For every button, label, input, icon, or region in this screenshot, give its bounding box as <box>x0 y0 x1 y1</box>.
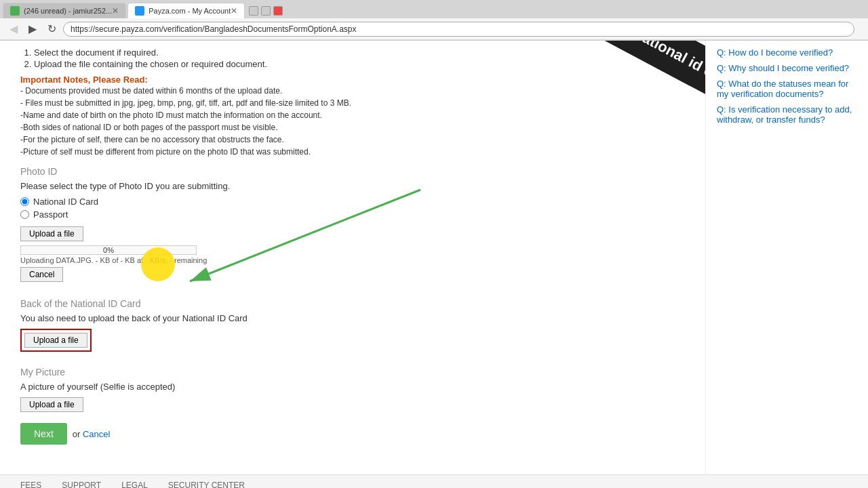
sidebar-link-4[interactable]: Q: Is verification necessary to add, wit… <box>717 104 857 125</box>
nav-bar: ◀ ▶ ↻ <box>0 18 868 40</box>
my-picture-desc: A picture of yourself (Selfie is accepte… <box>20 382 570 392</box>
photo-id-section: Photo ID Please select the type of Photo… <box>20 166 570 290</box>
important-notes: Important Notes, Please Read: - Document… <box>20 75 570 158</box>
page-wrapper: Select the document if required. Upload … <box>0 41 868 474</box>
important-line-1: - Documents provided must be dated withi… <box>20 85 570 97</box>
photo-id-desc: Please select the type of Photo ID you a… <box>20 181 570 191</box>
sidebar-link-3[interactable]: Q: What do the statuses mean for my veri… <box>717 79 857 99</box>
close-btn[interactable] <box>273 6 283 16</box>
refresh-nav-btn[interactable]: ↻ <box>43 21 60 37</box>
forward-nav-btn[interactable]: ▶ <box>24 21 41 37</box>
back-section-upload-btn[interactable]: Upload a file <box>24 333 87 348</box>
photo-id-radio-group: National ID Card Passport <box>20 197 570 220</box>
instructions: Select the document if required. Upload … <box>20 47 570 69</box>
footer-fees[interactable]: FEES <box>20 481 41 488</box>
main-plus-sidebar: Select the document if required. Upload … <box>0 41 868 474</box>
radio-passport-label: Passport <box>33 209 68 220</box>
tab-payza-label: Payza.com - My Account <box>149 7 231 15</box>
or-text: or <box>73 429 83 439</box>
tab-email[interactable]: (246 unread) - jamiur252... ✕ <box>3 3 126 18</box>
instruction-step-1: Select the document if required. <box>34 47 570 58</box>
photo-id-upload-status: Uploading DATA.JPG. - KB of - KB at - KB… <box>20 256 570 264</box>
instruction-step-2: Upload the file containing the chosen or… <box>34 59 570 69</box>
radio-national-id-input[interactable] <box>20 197 29 206</box>
tab-email-label: (246 unread) - jamiur252... <box>24 7 112 15</box>
address-bar[interactable] <box>63 22 854 37</box>
back-section-desc: You also need to upload the back of your… <box>20 313 570 323</box>
next-button[interactable]: Next <box>20 423 67 445</box>
important-text: - Documents provided must be dated withi… <box>20 85 570 158</box>
back-section-title: Back of the National ID Card <box>20 298 570 309</box>
tab-email-close[interactable]: ✕ <box>112 6 119 16</box>
footer-security[interactable]: SECURITY CENTER <box>168 481 245 488</box>
radio-passport-input[interactable] <box>20 210 29 219</box>
tab-bar: (246 unread) - jamiur252... ✕ Payza.com … <box>0 0 868 18</box>
photo-id-progress-bar-container: 0% <box>20 245 197 255</box>
photo-id-cancel-btn[interactable]: Cancel <box>20 267 63 282</box>
important-line-5: -For the picture of self, there can be n… <box>20 134 570 146</box>
photo-id-title: Photo ID <box>20 166 570 177</box>
footer-legal[interactable]: LEGAL <box>121 481 148 488</box>
back-section: Back of the National ID Card You also ne… <box>20 298 570 359</box>
maximize-btn[interactable] <box>261 6 271 16</box>
important-line-4: -Both sides of national ID or both pages… <box>20 121 570 134</box>
my-picture-section: My Picture A picture of yourself (Selfie… <box>20 367 570 416</box>
sidebar: Q: How do I become verified? Q: Why shou… <box>705 41 868 474</box>
content-area: Select the document if required. Upload … <box>0 41 583 451</box>
important-line-6: -Picture of self must be different from … <box>20 146 570 158</box>
main-content: Select the document if required. Upload … <box>0 41 705 474</box>
footer: FEES SUPPORT LEGAL SECURITY CENTER <box>0 474 868 488</box>
cancel-link[interactable]: Cancel <box>83 429 110 439</box>
minimize-btn[interactable] <box>249 6 258 16</box>
back-nav-btn[interactable]: ◀ <box>5 21 22 37</box>
my-picture-title: My Picture <box>20 367 570 378</box>
important-line-3: -Name and date of birth on the photo ID … <box>20 109 570 121</box>
browser-chrome: (246 unread) - jamiur252... ✕ Payza.com … <box>0 0 868 41</box>
radio-national-id[interactable]: National ID Card <box>20 197 570 207</box>
tab-payza[interactable]: Payza.com - My Account ✕ <box>127 3 245 18</box>
sidebar-link-2[interactable]: Q: Why should I become verified? <box>717 63 857 73</box>
radio-passport[interactable]: Passport <box>20 209 570 220</box>
tab-payza-close[interactable]: ✕ <box>231 6 237 16</box>
or-cancel-text: or Cancel <box>73 429 111 439</box>
important-title: Important Notes, Please Read: <box>20 75 570 85</box>
sidebar-link-1[interactable]: Q: How do I become verified? <box>717 47 857 58</box>
my-picture-upload-btn[interactable]: Upload a file <box>20 397 83 412</box>
photo-id-progress-text: 0% <box>21 246 196 254</box>
footer-support[interactable]: SUPPORT <box>62 481 101 488</box>
tab-email-favicon <box>10 6 20 16</box>
photo-id-upload-btn[interactable]: Upload a file <box>20 226 83 241</box>
action-row: Next or Cancel <box>20 423 570 445</box>
tab-payza-favicon <box>135 6 144 16</box>
radio-national-id-label: National ID Card <box>33 197 98 207</box>
important-line-2: - Files must be submitted in jpg, jpeg, … <box>20 97 570 109</box>
back-section-upload-wrapper: Upload a file <box>20 329 92 352</box>
